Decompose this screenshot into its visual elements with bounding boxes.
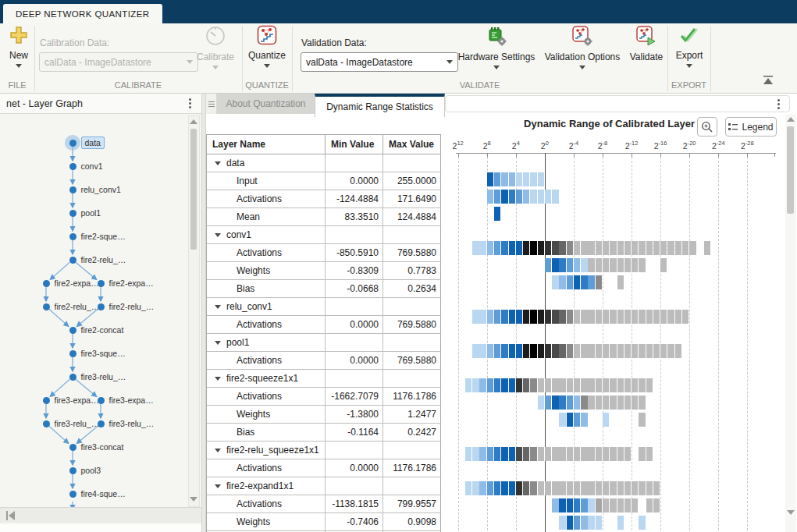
col-max-value[interactable]: Max Value — [383, 135, 440, 154]
calibrate-button[interactable]: Calibrate — [194, 25, 237, 69]
scrollbar-thumb[interactable] — [190, 129, 197, 250]
collapse-triangle-icon[interactable] — [215, 484, 221, 488]
layer-graph-hscrollbar[interactable] — [0, 507, 201, 523]
table-row[interactable]: Bias-0.06680.2634 — [207, 280, 440, 298]
chart-vscrollbar[interactable] — [785, 114, 796, 532]
graph-node-fire2-relu-[interactable]: fire2-relu_… — [43, 300, 100, 313]
graph-node-fire3-expa-[interactable]: fire3-expa… — [98, 394, 154, 406]
histogram-cell — [465, 447, 471, 461]
validate-button[interactable]: Validate — [628, 25, 664, 62]
table-row[interactable]: Activations0.0000769.5880 — [207, 316, 440, 334]
graph-node-fire3-relu-[interactable]: fire3-relu_… — [98, 417, 155, 430]
graph-node-fire2-relu-[interactable]: fire2-relu_… — [69, 254, 126, 266]
histogram-cell — [538, 344, 544, 358]
col-min-value[interactable]: Min Value — [326, 135, 383, 154]
node-label: fire4-sque… — [81, 489, 126, 498]
layer-graph-canvas[interactable]: dataconv1relu_conv1pool1fire2-sque…fire2… — [0, 114, 187, 507]
table-group-row[interactable]: conv1 — [207, 226, 440, 244]
table-cell — [326, 370, 383, 387]
calibration-data-combo[interactable]: calData - ImageDatastore — [39, 52, 198, 72]
histogram-cell — [509, 241, 515, 255]
table-row[interactable]: Activations-850.5910769.5880 — [207, 244, 440, 262]
node-dot-icon — [69, 491, 76, 498]
histogram-cell — [581, 241, 587, 255]
scroll-up-icon[interactable] — [787, 117, 795, 122]
graph-node-fire3-relu-[interactable]: fire3-relu_… — [43, 417, 100, 430]
graph-node-pool3[interactable]: pool3 — [69, 464, 101, 477]
histogram-cell — [682, 310, 688, 324]
hardware-settings-button[interactable]: Hardware Settings — [457, 25, 535, 69]
tab-about-quantization[interactable]: About Quantization — [217, 94, 315, 114]
table-group-row[interactable]: fire2-squeeze1x1 — [207, 370, 440, 388]
table-row[interactable]: Activations0.00001176.1786 — [207, 459, 440, 477]
table-row[interactable]: Weights-1.38001.2477 — [207, 406, 440, 424]
node-label: fire3-expa… — [55, 395, 99, 405]
table-group-row[interactable]: relu_conv1 — [207, 298, 440, 316]
table-group-row[interactable]: fire2-expand1x1 — [207, 477, 440, 495]
tab-grip-icon[interactable] — [206, 94, 217, 114]
graph-node-relu-conv1[interactable]: relu_conv1 — [69, 183, 121, 196]
combo-arrow-icon — [447, 60, 453, 64]
legend-button[interactable]: Legend — [725, 117, 777, 137]
scroll-down-icon[interactable] — [190, 497, 197, 502]
table-row[interactable]: Activations0.0000769.5880 — [207, 352, 440, 370]
graph-node-fire4-sque-[interactable]: fire4-sque… — [69, 488, 126, 500]
table-row[interactable]: Activations-1138.1815799.9557 — [207, 495, 440, 513]
graph-node-fire2-expa-[interactable]: fire2-expa… — [43, 277, 99, 289]
graph-node-fire3-sque-[interactable]: fire3-sque… — [69, 347, 126, 360]
validation-options-button[interactable]: Validation Options — [543, 25, 621, 69]
table-row[interactable]: Input0.0000255.0000 — [207, 172, 440, 190]
table-row[interactable]: Activations-1662.70791176.1786 — [207, 388, 440, 406]
scroll-to-start-icon[interactable] — [5, 510, 17, 521]
quantize-button[interactable]: Quantize — [246, 25, 288, 68]
histogram-cell — [653, 344, 660, 358]
scroll-up-icon[interactable] — [190, 119, 197, 124]
histogram-cell — [516, 241, 522, 255]
validation-data-combo[interactable]: valData - ImageDatastore — [301, 52, 458, 72]
collapse-triangle-icon[interactable] — [215, 377, 221, 381]
collapse-triangle-icon[interactable] — [215, 449, 221, 452]
table-cell: -124.4884 — [326, 190, 383, 207]
graph-node-fire3-relu-[interactable]: fire3-relu_… — [69, 371, 126, 383]
scroll-down-icon[interactable] — [787, 510, 795, 515]
collapse-toolstrip-button[interactable] — [761, 75, 775, 86]
new-button[interactable]: New — [3, 25, 34, 68]
collapse-triangle-icon[interactable] — [215, 341, 221, 345]
table-row[interactable]: Bias-0.11640.2427 — [207, 424, 440, 442]
graph-node-fire2-concat[interactable]: fire2-concat — [69, 324, 124, 336]
graph-node-conv1[interactable]: conv1 — [69, 160, 103, 172]
panel-menu-icon[interactable] — [184, 98, 195, 108]
collapse-triangle-icon[interactable] — [215, 233, 221, 237]
document-bar-menu-icon[interactable] — [773, 99, 784, 109]
export-button[interactable]: Export — [671, 25, 707, 68]
graph-node-fire3-concat[interactable]: fire3-concat — [69, 441, 124, 453]
table-row[interactable]: Mean83.3510124.4884 — [207, 208, 440, 226]
table-group-row[interactable]: data — [207, 154, 440, 172]
table-row[interactable]: Activations-124.4884171.6490 — [207, 190, 440, 208]
histogram-cell — [472, 344, 479, 358]
layer-graph-vscrollbar[interactable] — [188, 115, 200, 507]
graph-node-pool1[interactable]: pool1 — [69, 207, 101, 219]
app-title-tab[interactable]: DEEP NETWORK QUANTIZER — [3, 4, 162, 23]
histogram-cell — [574, 481, 580, 495]
histogram-cell — [596, 395, 602, 410]
table-group-row[interactable]: fire2-relu_squeeze1x1 — [207, 442, 440, 459]
table-row[interactable]: Weights-0.83090.7783 — [207, 262, 440, 280]
col-layer-name[interactable]: Layer Name — [207, 135, 326, 154]
histogram-cell — [494, 447, 500, 461]
scrollbar-thumb[interactable] — [787, 126, 794, 214]
collapse-triangle-icon[interactable] — [215, 305, 221, 309]
section-separator — [710, 26, 711, 91]
graph-node-fire3-expa-[interactable]: fire3-expa… — [43, 394, 99, 406]
chart-zoom-button[interactable] — [697, 117, 717, 137]
table-group-row[interactable]: pool1 — [207, 334, 440, 352]
table-row[interactable]: Weights-0.74060.9098 — [207, 513, 440, 531]
graph-node-data[interactable]: data — [69, 137, 105, 149]
graph-node-fire2-sque-[interactable]: fire2-sque… — [69, 230, 126, 243]
histogram-cell — [639, 516, 645, 530]
graph-node-fire2-relu-[interactable]: fire2-relu_… — [98, 300, 155, 313]
collapse-triangle-icon[interactable] — [215, 161, 221, 165]
tab-dynamic-range-statistics[interactable]: Dynamic Range Statistics — [315, 94, 445, 117]
histogram-cell — [479, 447, 486, 461]
graph-node-fire2-expa-[interactable]: fire2-expa… — [98, 277, 154, 289]
